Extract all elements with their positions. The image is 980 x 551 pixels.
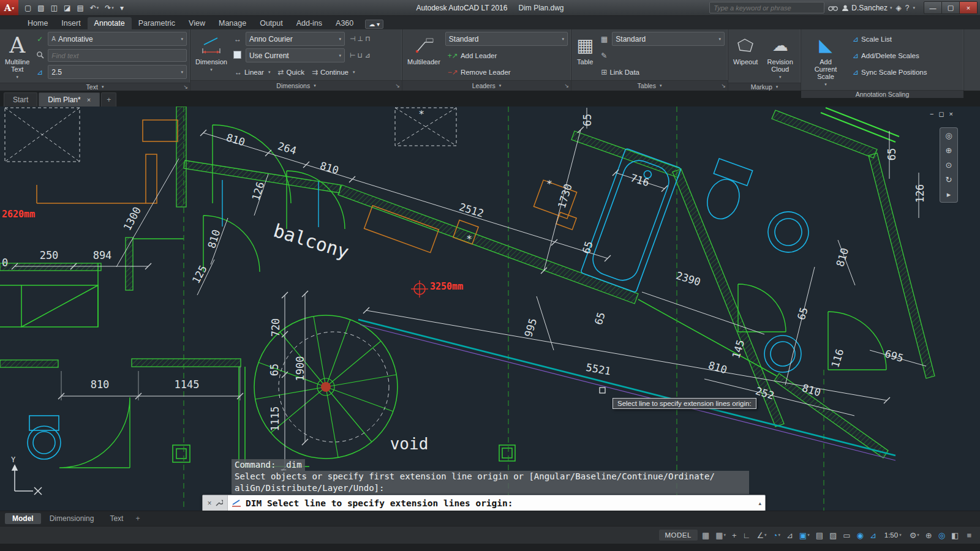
auto-add-scales-icon[interactable]: ⊿ <box>867 530 879 541</box>
dim-inspect-icon[interactable]: ⊢ <box>350 51 356 59</box>
navigation-wheel-icon[interactable]: ◎ <box>945 131 952 140</box>
open-icon[interactable]: ▧ <box>35 3 47 13</box>
dim-break-icon[interactable]: ⊣ <box>350 35 356 43</box>
infer-constraints-icon[interactable]: + <box>729 530 739 541</box>
search-binoculars-icon[interactable] <box>828 4 838 12</box>
graphics-performance-icon[interactable]: ◎ <box>936 530 948 541</box>
viewport-minimize-icon[interactable]: − <box>930 110 933 118</box>
maximize-button[interactable]: ▢ <box>942 1 960 14</box>
panel-label-tables[interactable]: Tables▾ ↘ <box>571 80 728 91</box>
orbit-icon[interactable]: ↻ <box>946 175 952 184</box>
wipeout-button[interactable]: Wipeout <box>731 31 760 82</box>
table-style-dropdown[interactable]: Standard▾ <box>612 32 725 46</box>
viewport-restore-icon[interactable]: ◻ <box>938 110 944 118</box>
grid-icon[interactable]: ▦ <box>699 530 712 541</box>
dim-reassociate-icon[interactable]: ⊿ <box>364 51 370 59</box>
annotation-visibility-icon[interactable]: ◉ <box>854 530 866 541</box>
annotation-monitor-icon[interactable]: ⊕ <box>923 530 935 541</box>
remove-leader-button[interactable]: −↗Remove Leader <box>445 65 513 79</box>
save-icon[interactable]: ◫ <box>48 3 60 13</box>
add-delete-scales-button[interactable]: ⊿Add/Delete Scales <box>850 48 922 62</box>
ribbon-tab-parametric[interactable]: Parametric <box>132 17 182 29</box>
dialog-launcher-icon[interactable]: ↘ <box>721 83 726 89</box>
polar-tracking-icon[interactable]: ∠▾ <box>754 530 769 541</box>
keyword-search-input[interactable] <box>712 4 821 12</box>
clean-screen-icon[interactable]: ◧ <box>949 530 961 541</box>
customize-command-icon[interactable] <box>215 499 223 507</box>
dimension-button[interactable]: Dimension▾ <box>194 31 229 80</box>
minimize-button[interactable]: — <box>924 1 942 14</box>
help-icon[interactable]: ? <box>905 4 910 12</box>
help-caret-icon[interactable]: ▾ <box>913 6 915 10</box>
model-space-toggle[interactable]: MODEL <box>659 530 698 541</box>
add-current-scale-button[interactable]: ◣ AddCurrent Scale▾ <box>804 31 847 89</box>
multiline-text-button[interactable]: A MultilineText▾ <box>3 31 31 82</box>
continue-dimension-button[interactable]: ⇉Continue▾ <box>309 65 358 79</box>
dim-layer-dropdown[interactable]: Use Current▾ <box>246 48 345 62</box>
layout-tab-text[interactable]: Text <box>102 513 130 524</box>
layout-tab-model[interactable]: Model <box>5 513 41 524</box>
selection-cycling-icon[interactable]: ▭ <box>840 530 853 541</box>
dialog-launcher-icon[interactable]: ↘ <box>183 84 188 90</box>
panel-label-annotation-scaling[interactable]: Annotation Scaling <box>801 90 963 98</box>
ribbon-tab-insert[interactable]: Insert <box>55 17 87 29</box>
dialog-launcher-icon[interactable]: ↘ <box>395 83 400 89</box>
new-icon[interactable]: ▢ <box>22 3 34 13</box>
file-tab-start[interactable]: Start <box>4 92 37 107</box>
multileader-style-dropdown[interactable]: Standard▾ <box>445 32 568 46</box>
quick-dimension-button[interactable]: ⇄Quick <box>275 65 306 79</box>
lineweight-icon[interactable]: ▤ <box>813 530 826 541</box>
panel-label-leaders[interactable]: Leaders▾ ↘ <box>402 80 571 91</box>
multileader-button[interactable]: Multileader <box>405 31 442 80</box>
linear-dimension-button[interactable]: ↔Linear▾ <box>232 65 273 79</box>
object-snap-tracking-icon[interactable]: ⊿ <box>784 530 796 541</box>
ribbon-tab-output[interactable]: Output <box>253 17 290 29</box>
customization-menu-button[interactable]: ≡ <box>963 530 975 541</box>
ortho-icon[interactable]: ∟ <box>741 530 753 541</box>
dim-adjust-space-icon[interactable]: ⊥ <box>358 35 364 43</box>
save-as-icon[interactable]: ◪ <box>61 3 73 13</box>
help-search-box[interactable] <box>709 2 824 13</box>
customize-quick-access-icon[interactable]: ▾ <box>118 3 126 13</box>
close-command-icon[interactable]: × <box>207 499 211 508</box>
plot-icon[interactable]: ▤ <box>74 3 86 13</box>
ribbon-tab-annotate[interactable]: Annotate <box>88 17 132 29</box>
dim-update-icon[interactable]: ⊔ <box>358 51 363 59</box>
link-data-button[interactable]: ⊞Link Data <box>598 65 642 79</box>
redo-icon[interactable]: ↷▾ <box>102 3 116 13</box>
undo-icon[interactable]: ↶▾ <box>88 3 102 13</box>
ribbon-tab-view[interactable]: View <box>182 17 212 29</box>
sign-in-button[interactable]: D.Sanchez▾ <box>842 4 892 12</box>
exchange-apps-icon[interactable]: ◈ <box>896 4 902 12</box>
command-history-toggle-icon[interactable]: ▴ <box>758 500 761 506</box>
find-text-input[interactable] <box>48 49 187 62</box>
application-menu-button[interactable]: A▾ <box>0 0 18 15</box>
ribbon-tab-add-ins[interactable]: Add-ins <box>290 17 329 29</box>
dim-jog-line-icon[interactable]: ⊓ <box>365 35 371 43</box>
close-button[interactable]: × <box>960 1 978 14</box>
sync-scale-positions-button[interactable]: ⊿Sync Scale Positions <box>850 65 929 79</box>
layout-tab-dimensioning[interactable]: Dimensioning <box>42 513 102 524</box>
new-drawing-tab-button[interactable]: + <box>101 92 116 107</box>
snap-icon[interactable]: ▦▾ <box>713 530 728 541</box>
show-motion-icon[interactable]: ▸ <box>947 190 951 199</box>
scale-list-button[interactable]: ⊿Scale List <box>850 32 894 46</box>
workspace-switching-icon[interactable]: ⚙▾ <box>907 530 922 541</box>
file-tab-dim-plan[interactable]: Dim Plan*× <box>39 92 100 107</box>
command-line-bar[interactable]: × DIM Select line to specify extension l… <box>202 495 766 511</box>
drawing-canvas[interactable]: Y balcony void 8102648102512173071665659… <box>0 107 980 511</box>
dim-style-dropdown[interactable]: Anno Courier▾ <box>246 32 345 46</box>
text-height-dropdown[interactable]: 2.5▾ <box>48 65 187 79</box>
panel-label-text[interactable]: Text▾ ↘ <box>0 83 190 91</box>
object-snap-icon[interactable]: ▣▾ <box>797 530 812 541</box>
panel-label-dimensions[interactable]: Dimensions▾ ↘ <box>190 80 402 91</box>
close-tab-icon[interactable]: × <box>87 96 91 103</box>
panel-label-markup[interactable]: Markup▾ <box>728 83 801 91</box>
ribbon-tab-home[interactable]: Home <box>21 17 55 29</box>
command-prompt[interactable]: DIM Select line to specify extension lin… <box>246 498 513 508</box>
table-button[interactable]: ▦ Table <box>575 31 595 80</box>
dialog-launcher-icon[interactable]: ↘ <box>564 83 569 89</box>
a360-cloud-button[interactable]: ☁ ▾ <box>365 20 383 29</box>
new-layout-button[interactable]: + <box>132 513 143 524</box>
spell-check-icon[interactable]: ✓ <box>34 35 45 43</box>
